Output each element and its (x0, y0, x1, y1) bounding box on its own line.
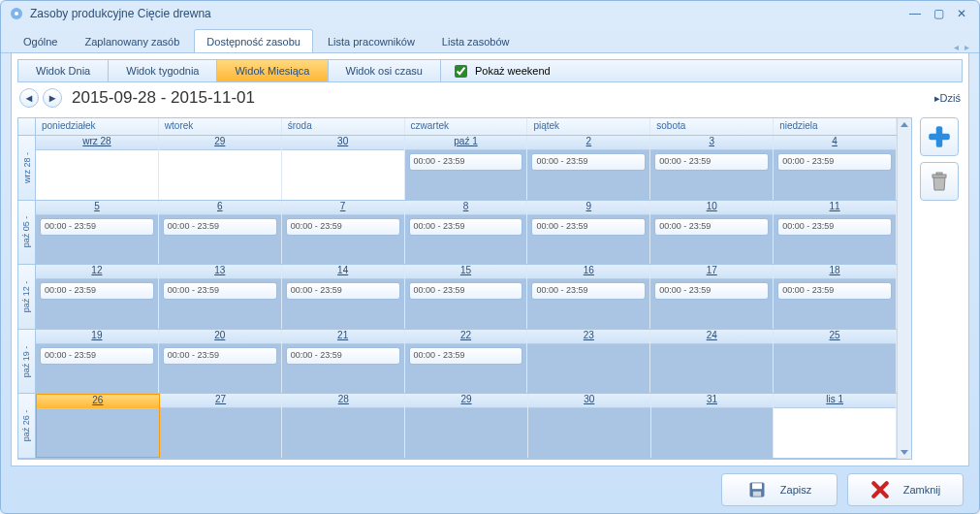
main-tab-2[interactable]: Dostępność zasobu (194, 29, 313, 52)
day-cell[interactable]: wrz 28 (36, 136, 159, 200)
close-window-button[interactable]: Zamknij (847, 473, 964, 506)
prev-period-button[interactable]: ◂ (19, 88, 39, 108)
day-number[interactable]: 16 (527, 265, 649, 279)
day-number[interactable]: 19 (36, 330, 158, 344)
day-number[interactable]: 25 (774, 330, 896, 344)
main-tab-3[interactable]: Lista pracowników (315, 29, 427, 52)
view-tab-2[interactable]: Widok Miesiąca (217, 60, 328, 81)
calendar-event[interactable]: 00:00 - 23:59 (654, 153, 769, 171)
day-number[interactable]: 20 (159, 330, 281, 344)
day-number[interactable]: 4 (774, 136, 896, 150)
day-cell[interactable]: 1400:00 - 23:59 (282, 265, 405, 329)
day-number[interactable]: 22 (405, 330, 527, 344)
day-cell[interactable]: 29 (159, 136, 282, 200)
day-cell[interactable]: 800:00 - 23:59 (405, 201, 528, 265)
day-number[interactable]: 8 (405, 201, 527, 215)
day-cell[interactable]: 1600:00 - 23:59 (527, 265, 650, 329)
day-cell[interactable]: 500:00 - 23:59 (36, 201, 159, 265)
calendar-event[interactable]: 00:00 - 23:59 (409, 218, 523, 236)
day-number[interactable]: 30 (528, 394, 650, 408)
today-link[interactable]: ▸Dziś (934, 92, 961, 105)
vertical-scrollbar[interactable] (897, 118, 911, 459)
day-number[interactable]: 14 (282, 265, 404, 279)
save-button[interactable]: Zapisz (721, 473, 838, 506)
day-cell[interactable]: 29 (405, 394, 528, 458)
day-number[interactable]: 12 (36, 265, 158, 279)
add-button[interactable] (920, 117, 959, 156)
day-number[interactable]: 29 (405, 394, 527, 408)
day-number[interactable]: 30 (282, 136, 404, 150)
day-cell[interactable]: 1800:00 - 23:59 (774, 265, 897, 329)
calendar-event[interactable]: 00:00 - 23:59 (654, 218, 769, 236)
day-number[interactable]: 5 (36, 201, 158, 215)
day-cell[interactable]: 200:00 - 23:59 (527, 136, 650, 200)
calendar-event[interactable]: 00:00 - 23:59 (163, 282, 277, 300)
calendar-event[interactable]: 00:00 - 23:59 (409, 347, 523, 365)
calendar-event[interactable]: 00:00 - 23:59 (286, 347, 400, 365)
calendar-event[interactable]: 00:00 - 23:59 (40, 218, 154, 236)
close-button[interactable]: ✕ (952, 6, 971, 21)
day-cell[interactable]: 31 (651, 394, 775, 458)
day-number[interactable]: 21 (282, 330, 404, 344)
day-cell[interactable]: 400:00 - 23:59 (774, 136, 897, 200)
calendar-event[interactable]: 00:00 - 23:59 (777, 153, 892, 171)
show-weekend-toggle[interactable]: Pokaż weekend (441, 60, 560, 81)
calendar-event[interactable]: 00:00 - 23:59 (40, 347, 154, 365)
day-number[interactable]: 10 (650, 201, 773, 215)
view-tab-0[interactable]: Widok Dnia (18, 60, 109, 81)
tab-nav-arrows[interactable]: ◂ ▸ (954, 42, 969, 52)
day-number[interactable]: 18 (774, 265, 896, 279)
day-cell[interactable]: 24 (650, 330, 774, 394)
day-cell[interactable]: 1200:00 - 23:59 (36, 265, 159, 329)
day-number[interactable]: 11 (774, 201, 896, 215)
next-period-button[interactable]: ▸ (43, 88, 62, 108)
view-tab-1[interactable]: Widok tygodnia (109, 60, 217, 81)
calendar-event[interactable]: 00:00 - 23:59 (409, 153, 523, 171)
calendar-event[interactable]: 00:00 - 23:59 (286, 282, 400, 300)
day-cell[interactable]: 26 (36, 394, 160, 458)
day-number[interactable]: 27 (160, 394, 282, 408)
day-number[interactable]: lis 1 (774, 394, 896, 408)
day-number[interactable]: 9 (527, 201, 649, 215)
day-number[interactable]: 6 (159, 201, 281, 215)
calendar-event[interactable]: 00:00 - 23:59 (40, 282, 154, 300)
day-number[interactable]: 26 (37, 395, 159, 409)
main-tab-1[interactable]: Zaplanowany zasób (72, 29, 192, 52)
maximize-button[interactable]: ▢ (929, 6, 948, 21)
delete-button[interactable] (920, 162, 959, 201)
main-tab-0[interactable]: Ogólne (11, 29, 70, 52)
day-cell[interactable]: 28 (282, 394, 405, 458)
day-number[interactable]: 7 (282, 201, 404, 215)
calendar-event[interactable]: 00:00 - 23:59 (654, 282, 769, 300)
calendar-event[interactable]: 00:00 - 23:59 (286, 218, 400, 236)
day-cell[interactable]: 25 (774, 330, 897, 394)
calendar-event[interactable]: 00:00 - 23:59 (777, 282, 892, 300)
calendar-event[interactable]: 00:00 - 23:59 (531, 153, 646, 171)
show-weekend-checkbox[interactable] (455, 65, 467, 78)
day-number[interactable]: 15 (405, 265, 527, 279)
day-number[interactable]: 23 (527, 330, 649, 344)
day-cell[interactable]: 1300:00 - 23:59 (159, 265, 282, 329)
calendar-event[interactable]: 00:00 - 23:59 (409, 282, 523, 300)
calendar-event[interactable]: 00:00 - 23:59 (163, 218, 277, 236)
day-cell[interactable]: 1000:00 - 23:59 (650, 201, 774, 265)
day-number[interactable]: 24 (650, 330, 773, 344)
calendar-event[interactable]: 00:00 - 23:59 (163, 347, 277, 365)
day-cell[interactable]: 2000:00 - 23:59 (159, 330, 282, 394)
main-tab-4[interactable]: Lista zasobów (429, 29, 522, 52)
day-cell[interactable]: 600:00 - 23:59 (159, 201, 282, 265)
day-number[interactable]: 31 (651, 394, 774, 408)
day-cell[interactable]: lis 1 (774, 394, 897, 458)
day-cell[interactable]: 900:00 - 23:59 (527, 201, 650, 265)
day-number[interactable]: 13 (159, 265, 281, 279)
day-cell[interactable]: 30 (528, 394, 651, 458)
day-cell[interactable]: 300:00 - 23:59 (650, 136, 774, 200)
day-number[interactable]: 28 (282, 394, 404, 408)
day-cell[interactable]: 1900:00 - 23:59 (36, 330, 159, 394)
day-cell[interactable]: 2100:00 - 23:59 (282, 330, 405, 394)
day-number[interactable]: 3 (650, 136, 773, 150)
day-cell[interactable]: 1500:00 - 23:59 (405, 265, 528, 329)
day-number[interactable]: 2 (527, 136, 649, 150)
day-number[interactable]: wrz 28 (36, 136, 158, 150)
calendar-event[interactable]: 00:00 - 23:59 (531, 218, 646, 236)
